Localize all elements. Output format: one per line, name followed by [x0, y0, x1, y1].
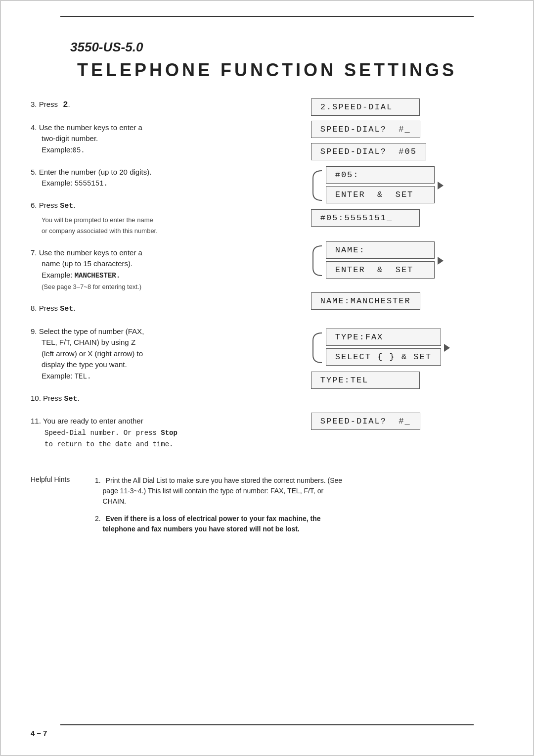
step-11: 11. You are ready to enter another Speed… — [31, 416, 291, 450]
lcd-enter-set-2: ENTER & SET — [326, 261, 435, 279]
step-8-number: 8. — [31, 304, 39, 312]
step-11-text: You are ready to enter another Speed-Dia… — [31, 417, 178, 448]
step-8-text: Press Set. — [39, 304, 76, 312]
step-10: 10. Press Set. — [31, 393, 291, 405]
lcd-hash05-colon: #05: — [326, 166, 435, 184]
step-6-number: 6. — [31, 201, 39, 209]
hints-row: Helpful Hints 1. Print the All Dial List… — [31, 475, 503, 541]
content-area: 3. Press 2. 4. Use the number keys to en… — [31, 98, 503, 461]
step-7-example: MANCHESTER. — [75, 272, 120, 280]
lcd-type-fax: TYPE:FAX — [326, 329, 441, 346]
step-10-number: 10. — [31, 394, 43, 402]
step-5-example: 5555151. — [75, 180, 108, 188]
step-9-text: Select the type of number (FAX, TEL, F/T… — [31, 327, 144, 369]
step-4-number: 4. — [31, 123, 39, 132]
step-3-text: Press 2. — [39, 100, 70, 108]
lcd-type-tel: TYPE:TEL — [311, 372, 420, 389]
lcd-speed-dial-final: SPEED-DIAL? #_ — [311, 413, 420, 430]
page-footer: 4 – 7 — [31, 729, 47, 737]
step-9-example-label: Example: — [42, 372, 75, 380]
hint-1-text: Print the All Dial List to make sure you… — [95, 476, 342, 505]
lcd-name-colon: NAME: — [326, 241, 435, 259]
lcd-hash05-number: #05:5555151_ — [311, 209, 420, 227]
hints-content: 1. Print the All Dial List to make sure … — [95, 475, 503, 541]
step-7-number: 7. — [31, 248, 39, 257]
step-4-example-label: Example: — [42, 145, 73, 154]
step-3-number: 3. — [31, 100, 39, 108]
step-5-example-label: Example: — [42, 179, 75, 187]
lcd-name-manchester: NAME:MANCHESTER — [311, 292, 420, 310]
model-number: 3550-US-5.0 — [70, 40, 503, 55]
arrow-right-1 — [438, 182, 444, 189]
step-7-text: Use the number keys to enter a name (up … — [31, 248, 142, 268]
step-7-example-label: Example: — [42, 271, 75, 279]
lcd-enter-set-1: ENTER & SET — [326, 186, 435, 203]
arc-bracket-2 — [311, 243, 324, 278]
step-4-text: Use the number keys to enter a two-digit… — [31, 123, 142, 143]
lcd-speed-dial-05: SPEED-DIAL? #05 — [311, 143, 426, 160]
step-10-text: Press Set. — [43, 394, 80, 402]
step-5-text: Enter the number (up to 20 digits). — [39, 168, 152, 176]
step-7-subnote: (See page 3–7~8 for entering text.) — [42, 283, 141, 290]
step-6-text: Press Set. — [39, 201, 76, 209]
lcd-speed-dial-menu: 2.SPEED-DIAL — [311, 98, 420, 116]
step-5-number: 5. — [31, 168, 39, 176]
page-title: TELEPHONE FUNCTION SETTINGS — [31, 60, 503, 81]
step-3: 3. Press 2. — [31, 98, 291, 111]
hint-item-2: 2. Even if there is a loss of electrical… — [95, 514, 503, 534]
hint-1-number: 1. — [95, 476, 103, 484]
step-9: 9. Select the type of number (FAX, TEL, … — [31, 326, 291, 382]
step-9-number: 9. — [31, 327, 39, 335]
arrow-right-3 — [444, 344, 450, 352]
hint-2-number: 2. — [95, 515, 103, 522]
right-column: 2.SPEED-DIAL SPEED-DIAL? #_ SPEED-DIAL? … — [311, 98, 503, 461]
step-5: 5. Enter the number (up to 20 digits). E… — [31, 167, 291, 189]
step-9-example: TEL. — [75, 373, 91, 380]
step-8: 8. Press Set. — [31, 303, 291, 315]
lcd-select-set: SELECT { } & SET — [326, 348, 441, 366]
helpful-hints-section: Helpful Hints 1. Print the All Dial List… — [31, 475, 503, 541]
step-7: 7. Use the number keys to enter a name (… — [31, 247, 291, 292]
bottom-border — [60, 724, 474, 725]
arrow-right-2 — [438, 257, 444, 265]
step-11-number: 11. — [31, 417, 43, 425]
top-border — [60, 16, 474, 17]
lcd-speed-dial-prompt: SPEED-DIAL? #_ — [311, 121, 420, 138]
page: 3550-US-5.0 TELEPHONE FUNCTION SETTINGS … — [0, 0, 534, 756]
arc-bracket-3 — [311, 331, 324, 365]
arc-bracket-1 — [311, 168, 324, 203]
step-4-example: 05. — [73, 146, 85, 154]
hints-label: Helpful Hints — [31, 475, 85, 541]
step-6: 6. Press Set. You will be prompted to en… — [31, 200, 291, 236]
step-4: 4. Use the number keys to enter a two-di… — [31, 122, 291, 156]
step-6-note: You will be prompted to enter the nameor… — [42, 216, 158, 235]
hint-item-1: 1. Print the All Dial List to make sure … — [95, 475, 503, 507]
left-column: 3. Press 2. 4. Use the number keys to en… — [31, 98, 296, 461]
hint-2-text: Even if there is a loss of electrical po… — [95, 515, 321, 533]
